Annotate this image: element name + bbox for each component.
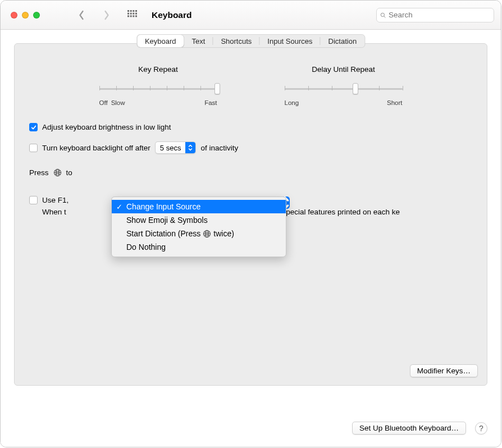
content-area: KeyboardTextShortcutsInput SourcesDictat… <box>1 30 501 447</box>
key-repeat-fast-label: Fast <box>204 99 217 106</box>
search-input[interactable] <box>389 11 490 19</box>
key-repeat-off-label: Off <box>99 99 108 106</box>
delay-until-repeat-label: Delay Until Repeat <box>285 65 403 74</box>
key-repeat-block: Key Repeat Off Slow Fast <box>99 65 217 106</box>
window-title: Keyboard <box>152 10 192 20</box>
svg-rect-8 <box>127 15 129 17</box>
use-fn-label-before: Use F1, <box>42 196 69 204</box>
delay-until-repeat-block: Delay Until Repeat Long Short <box>285 65 403 106</box>
svg-rect-2 <box>133 10 134 12</box>
minimize-button[interactable] <box>22 12 29 19</box>
search-icon <box>380 11 389 19</box>
tab-text[interactable]: Text <box>184 35 213 47</box>
svg-rect-4 <box>127 13 129 15</box>
tab-dictation[interactable]: Dictation <box>321 35 365 47</box>
svg-rect-9 <box>130 15 132 17</box>
key-repeat-slow-label: Slow <box>111 99 125 106</box>
key-repeat-label: Key Repeat <box>99 65 217 74</box>
adjust-brightness-label: Adjust keyboard brightness in low light <box>42 123 171 131</box>
modifier-keys-wrap: Modifier Keys… <box>410 364 478 377</box>
delay-scale: Long Short <box>285 99 403 106</box>
chevrons-icon <box>185 142 195 153</box>
delay-until-repeat-slider[interactable] <box>285 84 403 94</box>
zoom-button[interactable] <box>33 12 40 19</box>
search-field[interactable] <box>376 8 494 22</box>
backlight-off-label-before: Turn keyboard backlight off after <box>42 144 150 152</box>
adjust-brightness-checkbox[interactable] <box>29 123 38 131</box>
press-globe-after: to <box>66 168 72 177</box>
svg-rect-1 <box>130 10 132 12</box>
backlight-off-select[interactable]: 5 secs <box>155 141 197 154</box>
key-repeat-slider[interactable] <box>99 84 217 94</box>
svg-rect-5 <box>130 13 132 15</box>
backlight-off-select-value: 5 secs <box>156 144 186 152</box>
window-controls <box>7 12 40 19</box>
globe-action-item-2[interactable]: Start Dictation (Press twice) <box>112 227 286 240</box>
globe-action-item-0[interactable]: Change Input Source <box>112 200 286 213</box>
keyboard-panel: Key Repeat Off Slow Fast Delay Until Rep… <box>14 43 487 386</box>
preferences-window: Keyboard KeyboardTextShortcutsInput Sour… <box>0 0 501 447</box>
backlight-off-label-after: of inactivity <box>200 144 238 152</box>
show-all-button[interactable] <box>127 10 137 20</box>
globe-icon <box>53 168 62 177</box>
globe-action-menu: Change Input SourceShow Emoji & SymbolsS… <box>111 196 286 257</box>
bluetooth-keyboard-button[interactable]: Set Up Bluetooth Keyboard… <box>352 422 466 435</box>
bottom-row: Set Up Bluetooth Keyboard… ? <box>352 422 487 435</box>
svg-rect-11 <box>135 15 137 17</box>
tab-shortcuts[interactable]: Shortcuts <box>213 35 259 47</box>
svg-rect-0 <box>127 10 129 12</box>
backlight-off-row: Turn keyboard backlight off after 5 secs… <box>29 141 472 154</box>
modifier-keys-button[interactable]: Modifier Keys… <box>410 364 478 377</box>
globe-action-item-3[interactable]: Do Nothing <box>112 240 286 254</box>
use-fn-checkbox[interactable] <box>29 196 38 204</box>
titlebar: Keyboard <box>1 1 501 30</box>
sliders-row: Key Repeat Off Slow Fast Delay Until Rep… <box>29 65 472 106</box>
globe-icon <box>203 230 211 238</box>
svg-rect-3 <box>135 10 137 12</box>
key-repeat-scale: Off Slow Fast <box>99 99 217 106</box>
back-button[interactable] <box>77 10 86 21</box>
tab-bar: KeyboardTextShortcutsInput SourcesDictat… <box>136 34 365 48</box>
tab-input-sources[interactable]: Input Sources <box>259 35 320 47</box>
close-button[interactable] <box>11 12 17 19</box>
press-globe-row: Press to <box>29 168 472 177</box>
forward-button[interactable] <box>102 10 111 21</box>
tab-keyboard[interactable]: Keyboard <box>137 35 184 47</box>
svg-rect-7 <box>135 13 137 15</box>
delay-short-label: Short <box>387 99 403 106</box>
svg-rect-6 <box>133 13 134 15</box>
svg-rect-10 <box>133 15 134 17</box>
press-globe-before: Press <box>29 168 49 177</box>
adjust-brightness-row: Adjust keyboard brightness in low light <box>29 123 472 131</box>
delay-long-label: Long <box>285 99 299 106</box>
svg-line-13 <box>384 16 385 17</box>
nav-buttons <box>77 10 111 21</box>
backlight-off-checkbox[interactable] <box>29 144 38 152</box>
help-button[interactable]: ? <box>475 422 487 435</box>
globe-action-item-1[interactable]: Show Emoji & Symbols <box>112 213 286 227</box>
